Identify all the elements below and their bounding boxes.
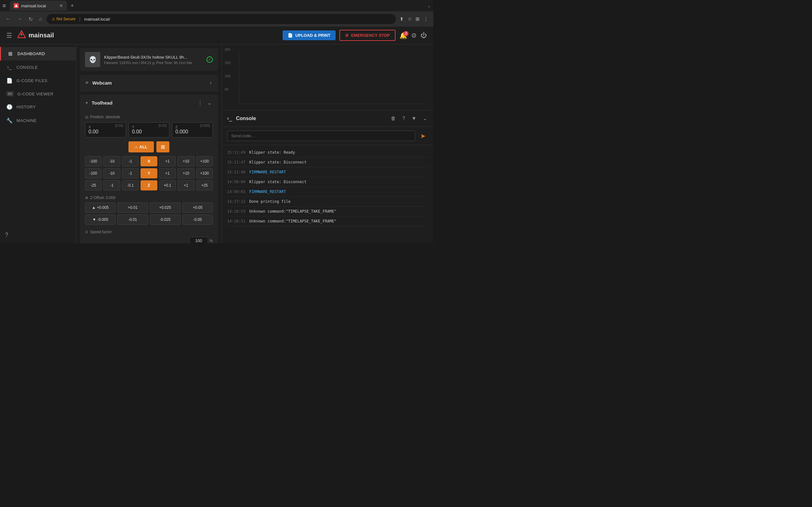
sidebar-item-dashboard[interactable]: ⊞ DASHBOARD bbox=[0, 47, 76, 60]
zoffset-plus025[interactable]: +0.025 bbox=[150, 203, 181, 213]
console-send-button[interactable]: ➤ bbox=[418, 130, 428, 141]
sidebar-bottom: ? bbox=[0, 227, 76, 243]
active-tab[interactable]: mainsail.local ✕ bbox=[10, 1, 67, 11]
extension-icon[interactable]: ⊞ bbox=[414, 15, 421, 23]
tab-end: ⌄ bbox=[427, 3, 431, 8]
chart-area: 200 150 100 50 bbox=[222, 44, 433, 110]
log-time: 14:16:53 bbox=[227, 209, 246, 214]
x-minus1[interactable]: -1 bbox=[122, 156, 139, 166]
console-help-button[interactable]: ? bbox=[401, 114, 406, 123]
share-icon[interactable]: ⬆ bbox=[398, 15, 405, 23]
notification-button[interactable]: 🔔 3 bbox=[399, 32, 407, 39]
new-tab-button[interactable]: + bbox=[68, 1, 77, 10]
motor-icon: ⊠ bbox=[161, 144, 165, 150]
log-message: Klipper state: Disconnect bbox=[249, 160, 307, 164]
speed-input-row: % bbox=[85, 237, 213, 243]
sidebar-item-console[interactable]: ›_ CONSOLE bbox=[0, 60, 76, 74]
x-target: [0.00] bbox=[115, 124, 123, 127]
status-check-icon: ✓ bbox=[208, 57, 211, 62]
more-icon[interactable]: ⋮ bbox=[422, 15, 429, 23]
z-axis-label[interactable]: Z bbox=[141, 180, 157, 190]
x-plus100[interactable]: +100 bbox=[196, 156, 213, 166]
console-clear-button[interactable]: 🗑 bbox=[390, 114, 397, 123]
zoffset-minus01[interactable]: -0.01 bbox=[117, 215, 148, 225]
address-bar[interactable]: ⚠ Not Secure | mainsail.local/ bbox=[47, 14, 396, 24]
reload-button[interactable]: ↻ bbox=[27, 15, 35, 23]
menu-button[interactable]: ≡ bbox=[3, 3, 6, 9]
y-axis-label[interactable]: Y bbox=[141, 168, 157, 178]
y-minus100[interactable]: -100 bbox=[85, 168, 101, 178]
zoffset-plus05[interactable]: +0.05 bbox=[183, 203, 213, 213]
sidebar-item-gcode-viewer[interactable]: 3D G-CODE VIEWER bbox=[0, 88, 76, 100]
sidebar-item-machine[interactable]: 🔧 MACHINE bbox=[0, 114, 76, 127]
z-plus25[interactable]: +25 bbox=[196, 180, 213, 190]
speed-value-input[interactable] bbox=[189, 237, 208, 243]
url-text: mainsail.local/ bbox=[84, 17, 110, 21]
y-plus1[interactable]: +1 bbox=[159, 168, 176, 178]
speed-icon: ⊙ bbox=[85, 230, 88, 234]
z-minus1[interactable]: -1 bbox=[103, 180, 120, 190]
toolhead-menu-button[interactable]: ⋮ bbox=[197, 100, 203, 107]
x-plus1[interactable]: +1 bbox=[159, 156, 176, 166]
back-button[interactable]: ← bbox=[4, 15, 13, 23]
sidebar-item-gcode-files[interactable]: 📄 G-CODE FILES bbox=[0, 74, 76, 88]
zoffset-minus005[interactable]: ▼ -0.005 bbox=[85, 215, 115, 225]
position-label: ◎ Position: absolute bbox=[85, 115, 213, 119]
machine-icon: 🔧 bbox=[6, 118, 13, 124]
sidebar-item-history[interactable]: 🕐 HISTORY bbox=[0, 100, 76, 114]
toolhead-header: ✦ Toolhead ⋮ ⌄ bbox=[80, 95, 218, 111]
hamburger-button[interactable]: ☰ bbox=[6, 32, 12, 39]
log-entry: 15:11:46 FIRMWARE_RESTART bbox=[227, 167, 428, 177]
log-entry: 15:11:47 Klipper state: Disconnect bbox=[227, 158, 428, 167]
toolhead-collapse-button[interactable]: ⌄ bbox=[206, 99, 213, 107]
console-prompt-icon: ›_ bbox=[227, 115, 232, 122]
temperature-chart bbox=[225, 48, 430, 107]
z-plus01[interactable]: +0.1 bbox=[159, 180, 176, 190]
down-arrow-icon: ▼ bbox=[92, 217, 96, 222]
log-time: 14:50:04 bbox=[227, 180, 246, 184]
log-entry: 14:16:51 Unknown command:"TIMELAPSE_TAKE… bbox=[227, 216, 428, 226]
zoffset-plus01[interactable]: +0.01 bbox=[117, 203, 148, 213]
log-time: 14:50:03 bbox=[227, 189, 246, 194]
y-plus10[interactable]: +10 bbox=[177, 168, 194, 178]
browser-chrome: ≡ mainsail.local ✕ + ⌄ ← → ↻ ⌂ ⚠ Not Sec… bbox=[0, 0, 433, 26]
y-minus10[interactable]: -10 bbox=[103, 168, 120, 178]
x-axis-label[interactable]: X bbox=[141, 156, 157, 166]
console-collapse-button[interactable]: ⌄ bbox=[421, 114, 428, 123]
y-plus100[interactable]: +100 bbox=[196, 168, 213, 178]
webcam-title: Webcam bbox=[92, 80, 206, 86]
settings-button[interactable]: ⚙ bbox=[411, 32, 417, 39]
console-title: Console bbox=[236, 116, 386, 121]
zoffset-minus025[interactable]: -0.025 bbox=[150, 215, 181, 225]
log-time: 15:11:49 bbox=[227, 150, 246, 155]
console-input[interactable] bbox=[227, 130, 415, 141]
z-minus25[interactable]: -25 bbox=[85, 180, 101, 190]
forward-button[interactable]: → bbox=[15, 15, 24, 23]
motor-off-button[interactable]: ⊠ bbox=[156, 141, 169, 153]
x-plus10[interactable]: +10 bbox=[177, 156, 194, 166]
z-value: 0.000 bbox=[175, 129, 209, 135]
help-button[interactable]: ? bbox=[5, 232, 8, 238]
x-position-field[interactable]: [0.00] X 0.00 bbox=[85, 122, 126, 137]
webcam-collapse-button[interactable]: ‹ bbox=[209, 78, 213, 87]
y-minus1[interactable]: -1 bbox=[122, 168, 139, 178]
home-button[interactable]: ⌂ bbox=[37, 15, 44, 23]
zoffset-icon: ⊕ bbox=[85, 195, 88, 200]
power-button[interactable]: ⏻ bbox=[420, 32, 427, 39]
x-minus10[interactable]: -10 bbox=[103, 156, 120, 166]
z-plus1[interactable]: +1 bbox=[177, 180, 194, 190]
emergency-stop-button[interactable]: ⊘ EMERGENCY STOP bbox=[339, 30, 396, 41]
z-position-field[interactable]: [0.000] Z 0.000 bbox=[172, 122, 213, 137]
bookmark-icon[interactable]: ☆ bbox=[406, 15, 413, 23]
x-minus100[interactable]: -100 bbox=[85, 156, 101, 166]
zoffset-minus05[interactable]: -0.05 bbox=[183, 215, 213, 225]
upload-print-button[interactable]: 📄 UPLOAD & PRINT bbox=[283, 31, 336, 40]
log-message: FIRMWARE_RESTART bbox=[249, 189, 286, 194]
y-position-field[interactable]: [0.00] Y 0.00 bbox=[129, 122, 169, 137]
home-all-button[interactable]: ⌂ ALL bbox=[129, 141, 154, 153]
console-filter-button[interactable]: ▼ bbox=[410, 114, 418, 123]
z-minus01[interactable]: -0.1 bbox=[122, 180, 139, 190]
tab-close-button[interactable]: ✕ bbox=[59, 3, 63, 8]
zoffset-plus005[interactable]: ▲ +0.005 bbox=[85, 203, 115, 213]
skull-icon: 💀 bbox=[89, 56, 97, 63]
